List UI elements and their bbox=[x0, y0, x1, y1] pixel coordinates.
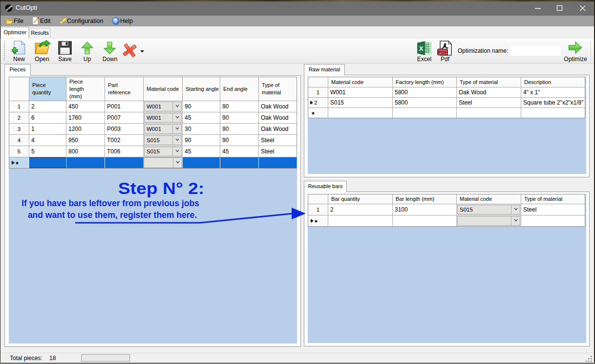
svg-text:?: ? bbox=[114, 18, 117, 24]
svg-text:X: X bbox=[419, 45, 424, 52]
svg-text:PDF: PDF bbox=[438, 50, 447, 55]
